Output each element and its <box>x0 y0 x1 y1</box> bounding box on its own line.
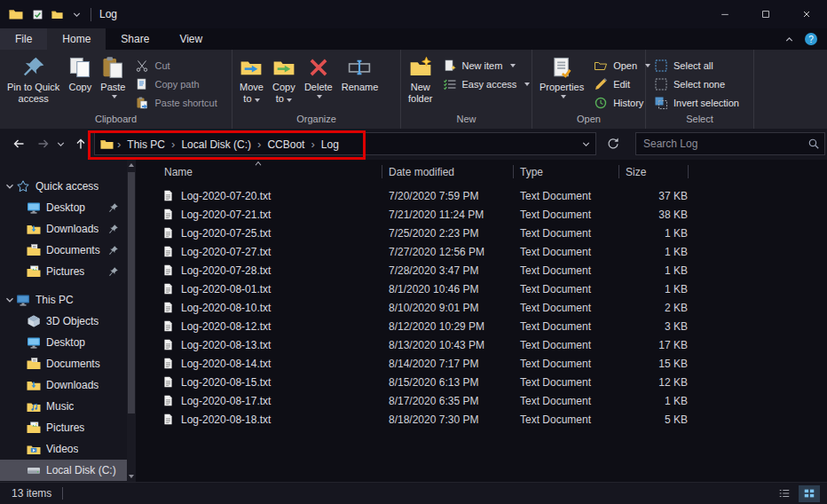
breadcrumb-item[interactable]: Log <box>319 138 342 151</box>
chevron-down-icon[interactable] <box>4 180 16 193</box>
file-row[interactable]: Log-2020-07-25.txt7/25/2020 2:23 PMText … <box>136 224 827 242</box>
new-small-stack: New item Easy access <box>437 52 536 93</box>
sidebar-item-downloads[interactable]: Downloads <box>0 374 127 396</box>
properties-shortcut-icon[interactable] <box>32 9 43 20</box>
sidebar-item-desktop[interactable]: Desktop <box>0 332 127 353</box>
new-item-button[interactable]: New item <box>437 56 536 75</box>
minimize-button[interactable] <box>705 0 745 28</box>
search-input[interactable] <box>635 132 825 155</box>
breadcrumb-item[interactable]: CCBoot <box>264 138 307 151</box>
close-button[interactable] <box>786 0 827 28</box>
sidebar-item-3d-objects[interactable]: 3D Objects <box>0 311 127 332</box>
sidebar-scrollbar[interactable] <box>127 160 136 482</box>
cut-button[interactable]: Cut <box>130 56 222 75</box>
file-row[interactable]: Log-2020-07-27.txt7/27/2020 12:56 PMText… <box>136 242 827 261</box>
select-all-button[interactable]: Select all <box>649 56 744 75</box>
easy-access-icon <box>443 77 457 91</box>
file-row[interactable]: Log-2020-08-17.txt8/17/2020 6:35 PMText … <box>136 391 827 410</box>
chevron-down-icon[interactable] <box>4 294 16 306</box>
easy-access-button[interactable]: Easy access <box>437 75 536 93</box>
copy-to-button[interactable]: Copy to <box>268 52 300 105</box>
forward-button[interactable] <box>32 132 55 155</box>
tree-indent-spacer <box>14 421 27 434</box>
refresh-button[interactable] <box>602 132 625 155</box>
column-divider[interactable] <box>688 165 689 178</box>
text-file-icon <box>162 357 174 370</box>
paste-shortcut-button[interactable]: Paste shortcut <box>130 93 222 112</box>
maximize-button[interactable] <box>745 0 786 28</box>
column-divider[interactable] <box>513 165 514 178</box>
invert-selection-button[interactable]: Invert selection <box>649 93 744 112</box>
tab-share[interactable]: Share <box>106 28 164 50</box>
sidebar-item-pictures[interactable]: Pictures <box>0 261 127 282</box>
tab-home[interactable]: Home <box>47 28 106 50</box>
sidebar-item-this-pc[interactable]: This PC <box>0 289 127 311</box>
sidebar-item-documents[interactable]: Documents <box>0 240 127 261</box>
up-arrow-icon <box>74 137 88 151</box>
search-icon[interactable] <box>807 138 820 150</box>
scroll-up-arrow-icon[interactable] <box>129 163 134 167</box>
back-button[interactable] <box>7 132 30 155</box>
scrollbar-thumb[interactable] <box>128 172 135 413</box>
move-to-button[interactable]: Move to <box>235 52 268 105</box>
column-divider[interactable] <box>382 165 382 178</box>
pictures-icon <box>27 264 41 279</box>
pin-to-quick-access-button[interactable]: Pin to Quick access <box>3 52 64 105</box>
sidebar-item-downloads[interactable]: Downloads <box>0 218 127 240</box>
tab-file[interactable]: File <box>0 28 47 50</box>
breadcrumb-chevron-icon[interactable]: › <box>307 138 318 151</box>
breadcrumb-chevron-icon[interactable]: › <box>114 138 124 151</box>
delete-button[interactable]: Delete <box>300 52 337 100</box>
file-row[interactable]: Log-2020-08-01.txt8/1/2020 10:46 PMText … <box>136 280 827 298</box>
sidebar-item-music[interactable]: Music <box>0 396 127 417</box>
thumbnails-view-button[interactable] <box>799 485 820 502</box>
scroll-down-arrow-icon[interactable] <box>129 475 134 478</box>
sidebar-item-documents[interactable]: Documents <box>0 353 127 374</box>
tab-view[interactable]: View <box>164 28 217 50</box>
move-to-icon <box>240 56 263 79</box>
copy-button[interactable]: Copy <box>64 52 96 93</box>
file-date-modified: 8/13/2020 10:43 PM <box>382 339 513 351</box>
ribbon-collapse-icon[interactable] <box>784 34 795 45</box>
new-folder-shortcut-icon[interactable] <box>51 9 63 20</box>
breadcrumb-chevron-icon[interactable]: › <box>254 138 264 151</box>
file-row[interactable]: Log-2020-08-12.txt8/12/2020 10:29 PMText… <box>136 317 827 335</box>
recent-locations-button[interactable] <box>53 132 67 155</box>
sidebar-item-desktop[interactable]: Desktop <box>0 197 127 218</box>
sidebar-item-pictures[interactable]: Pictures <box>0 417 127 438</box>
file-row[interactable]: Log-2020-08-10.txt8/10/2020 9:01 PMText … <box>136 298 827 317</box>
breadcrumb-item[interactable]: Local Disk (C:) <box>178 138 254 151</box>
breadcrumb-item[interactable]: This PC <box>124 138 168 151</box>
copy-path-button[interactable]: Copy path <box>130 75 222 93</box>
rename-button[interactable]: Rename <box>337 52 383 93</box>
paste-button[interactable]: Paste <box>96 52 130 100</box>
properties-button[interactable]: Properties <box>535 52 588 100</box>
column-header-date-modified[interactable]: Date modified <box>382 166 513 178</box>
column-header-name[interactable]: Name <box>136 166 382 178</box>
file-row[interactable]: Log-2020-08-14.txt8/14/2020 7:17 PMText … <box>136 354 827 373</box>
file-row[interactable]: Log-2020-07-20.txt7/20/2020 7:59 PMText … <box>136 186 827 205</box>
customize-toolbar-chevron-icon[interactable] <box>71 9 83 20</box>
sidebar-tree: Quick accessDesktopDownloadsDocumentsPic… <box>0 176 127 481</box>
column-header-type[interactable]: Type <box>513 166 618 178</box>
details-view-button[interactable] <box>774 485 795 502</box>
sidebar-item-local-disk-c[interactable]: Local Disk (C:) <box>0 460 127 481</box>
file-row[interactable]: Log-2020-07-28.txt7/28/2020 3:47 PMText … <box>136 261 827 280</box>
sidebar-item-quick-access[interactable]: Quick access <box>0 176 127 197</box>
file-row[interactable]: Log-2020-07-21.txt7/21/2020 11:24 PMText… <box>136 205 827 224</box>
file-row[interactable]: Log-2020-08-15.txt8/15/2020 6:13 PMText … <box>136 373 827 391</box>
address-bar[interactable]: ›This PC›Local Disk (C:)›CCBoot›Log <box>94 132 596 155</box>
column-header-size[interactable]: Size <box>618 166 688 178</box>
file-type: Text Document <box>513 320 618 333</box>
new-folder-button[interactable]: New folder <box>404 52 437 105</box>
up-button[interactable] <box>69 132 92 155</box>
column-divider[interactable] <box>618 165 619 178</box>
sidebar-item-videos[interactable]: Videos <box>0 438 127 460</box>
breadcrumb-chevron-icon[interactable]: › <box>168 138 178 151</box>
file-row[interactable]: Log-2020-08-18.txt8/18/2020 7:30 PMText … <box>136 410 827 429</box>
address-dropdown-chevron-icon[interactable] <box>580 138 592 150</box>
select-none-button[interactable]: Select none <box>649 75 744 93</box>
file-row[interactable]: Log-2020-08-13.txt8/13/2020 10:43 PMText… <box>136 335 827 354</box>
help-icon[interactable]: ? <box>804 32 818 46</box>
new-folder-label-line1: New <box>411 82 430 93</box>
